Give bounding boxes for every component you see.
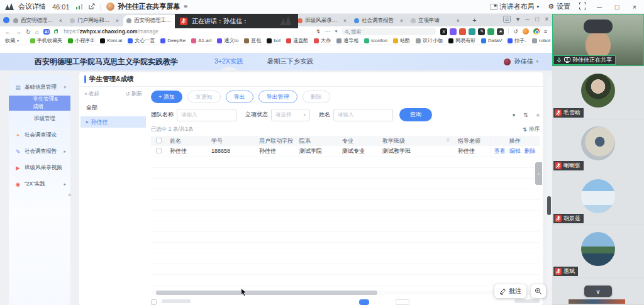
extension-icon[interactable] <box>469 28 475 35</box>
participant-tile[interactable]: 惠斌 <box>552 225 644 277</box>
sidebar-item[interactable]: ✦ 社会调查理论 <box>9 127 70 143</box>
reload-icon[interactable]: ↻ <box>26 28 31 35</box>
bookmark-item[interactable]: 豆包 <box>244 37 261 44</box>
filter-input[interactable]: 请输入 ▾ <box>333 109 393 121</box>
shopping-extension-icon[interactable] <box>523 28 529 35</box>
more-icon[interactable]: ⋯ <box>325 28 331 35</box>
annotate-button[interactable]: 批注 <box>494 284 526 298</box>
column-filter-icon[interactable]: ⇅ <box>523 112 528 118</box>
filter-expand-icon[interactable]: ▾ <box>513 112 516 118</box>
extension-icon[interactable] <box>450 28 457 35</box>
bookmark-item[interactable]: 文心一言 <box>128 37 155 44</box>
zoom-in-button[interactable] <box>531 284 546 298</box>
meeting-detail-link[interactable]: 会议详情 <box>18 2 46 11</box>
extension-icon[interactable]: ★ <box>497 28 504 35</box>
tree-root-all[interactable]: 全部 <box>80 98 146 112</box>
meeting-minimize-button[interactable]: ─ <box>595 3 604 11</box>
toolbar-button[interactable]: 删除 <box>303 91 330 103</box>
tab-close-icon[interactable]: × <box>457 18 460 24</box>
meeting-maximize-button[interactable]: □ <box>613 3 621 11</box>
url-display[interactable]: https://zwhpx.v.chaoxing.com/manage <box>64 28 158 35</box>
meeting-close-button[interactable]: × <box>630 3 639 11</box>
browser-tab[interactable]: 社会调查报告 × <box>351 15 406 26</box>
participant-tile[interactable]: 胡景莲 <box>552 172 644 225</box>
bolt-icon[interactable]: ↯ <box>316 28 321 35</box>
sort-link[interactable]: ⇅ 排序 <box>523 126 540 133</box>
extension-icon[interactable]: X <box>440 28 447 35</box>
horizontal-scrollbar[interactable] <box>151 291 540 295</box>
browser-search-input[interactable]: 搜索 <box>341 28 436 35</box>
bookmark-item[interactable]: 小程序② <box>68 37 94 44</box>
sidebar-item[interactable]: 学生管理&成绩 <box>9 96 70 111</box>
table-column-header[interactable]: 指导老师 <box>453 136 491 146</box>
bookmarks-root[interactable]: 收藏▾ <box>5 37 19 44</box>
scrollbar-thumb[interactable] <box>547 196 551 215</box>
chevron-down-icon[interactable]: ▾ <box>335 29 338 34</box>
search-button[interactable]: 查询 <box>399 108 432 121</box>
tree-collapse-button[interactable]: « 收起 <box>84 91 99 98</box>
cell-linked-user[interactable]: 孙佳佳 <box>254 146 294 157</box>
table-column-header[interactable]: 用户联动字段 <box>254 136 294 146</box>
select-all-header[interactable] <box>151 136 165 146</box>
back-icon[interactable]: ← <box>5 28 11 35</box>
sidebar-item[interactable]: ▤ 基础信息管理 ▾ <box>9 79 70 96</box>
sidebar-item[interactable]: 班级管理 <box>9 111 70 127</box>
bookmark-item[interactable]: 大作 <box>314 37 331 44</box>
extension-icon[interactable]: ✎ <box>478 28 485 35</box>
bookmark-item[interactable]: 扣子- <box>508 37 526 44</box>
toolbar-button[interactable]: + 添加 <box>151 91 182 103</box>
pagination-active-page[interactable] <box>359 299 369 305</box>
select-all-checkbox[interactable] <box>156 138 162 143</box>
ai-assistant-icon[interactable]: AI <box>43 29 50 35</box>
collapse-participants-button[interactable]: ∨ <box>584 286 612 297</box>
sidebar-collapse-icon[interactable]: « <box>68 191 72 198</box>
table-column-header[interactable]: 教学班级≡ <box>377 136 453 146</box>
user-menu[interactable]: 孙佳佳 ▾ <box>504 57 538 66</box>
table-column-header[interactable]: 学号 <box>206 136 254 146</box>
participant-tile[interactable]: 毛雪晗 <box>552 67 644 119</box>
share-options-icon[interactable]: ≡ <box>184 3 187 10</box>
browser-profile-icon[interactable] <box>533 28 540 35</box>
bookmark-item[interactable]: iconfon <box>364 37 387 44</box>
bookmark-item[interactable]: 通义to <box>217 37 238 44</box>
bookmark-item[interactable]: Kimi.ai <box>100 37 122 44</box>
browser-maximize-button[interactable]: □ <box>535 16 539 23</box>
bookmark-item[interactable]: 速盘酷 <box>286 37 308 44</box>
tab-group-icon[interactable]: ⊡ <box>503 16 511 23</box>
filter-input[interactable]: 请选择 ▾ <box>271 109 310 121</box>
sidebar-item[interactable]: ◉ “2X”实践 ▸ <box>9 176 70 192</box>
bookmark-item[interactable]: A1.art <box>191 37 211 44</box>
bookmark-item[interactable]: 通导相 <box>336 37 358 44</box>
bookmark-item[interactable]: robot <box>532 37 550 44</box>
sidebar-item[interactable]: ▶ 班级风采录视频 <box>9 160 70 176</box>
tab-search-icon[interactable]: ▾ <box>516 16 519 23</box>
browser-minimize-button[interactable]: ─ <box>525 16 530 23</box>
sidebar-item[interactable]: ✎ 社会调查报告 ▸ <box>9 143 70 160</box>
tab-close-icon[interactable]: × <box>116 18 119 24</box>
tree-refresh-button[interactable]: ↺ 刷新 <box>126 91 143 98</box>
edit-link[interactable]: 编辑 <box>509 148 521 154</box>
tree-node-selected[interactable]: ▸ 孙佳佳 <box>80 116 146 128</box>
app-nav-item[interactable]: 3+2X实践 <box>214 53 243 70</box>
bookmark-item[interactable]: 站酷 <box>393 37 410 44</box>
footer-checkbox[interactable] <box>151 299 157 305</box>
fullscreen-icon[interactable] <box>579 3 586 11</box>
panel-expand-handle[interactable]: › <box>535 162 542 185</box>
tab-close-icon[interactable]: × <box>400 18 403 24</box>
table-column-header[interactable]: 专业 <box>337 136 377 146</box>
pinned-tab-favicon[interactable] <box>3 17 9 23</box>
browser-tab[interactable]: 西安明德理工学院马克思 × <box>10 15 65 26</box>
toolbar-button[interactable]: 导出 <box>226 91 253 103</box>
cell-teacher[interactable]: 孙佳佳 <box>453 146 491 157</box>
view-link[interactable]: 查看 <box>494 148 506 154</box>
extension-icon[interactable] <box>487 28 494 35</box>
browser-tab[interactable]: 门户网站和首页 × <box>67 15 122 26</box>
settings-button[interactable]: ⚙ 设置 <box>548 2 570 11</box>
browser-tab[interactable]: 立项申请 × <box>408 15 463 26</box>
forward-icon[interactable]: → <box>16 28 22 35</box>
page-jump-input[interactable] <box>396 299 409 305</box>
new-tab-button[interactable]: + <box>470 16 479 25</box>
bookmark-item[interactable]: 网易有彩 <box>448 37 475 44</box>
tab-close-icon[interactable]: × <box>59 18 62 24</box>
browser-close-button[interactable]: × <box>545 16 548 23</box>
